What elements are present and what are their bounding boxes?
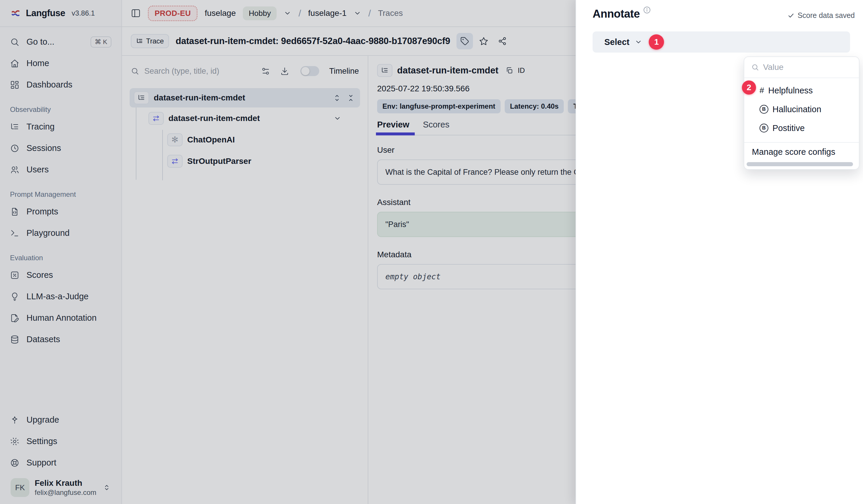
expand-all-icon[interactable] <box>333 94 341 102</box>
breadcrumb-org[interactable]: fuselage <box>204 9 236 18</box>
lightbulb-icon <box>10 292 20 301</box>
clipboard-pen-icon <box>10 313 20 323</box>
cost-badge: T <box>568 99 576 113</box>
tree-node-generation[interactable]: ✻ ChatOpenAI <box>163 129 360 150</box>
search-icon <box>10 37 20 47</box>
chevron-down-icon[interactable] <box>284 9 291 17</box>
sidebar-item-label: Upgrade <box>26 415 59 425</box>
tree-node-label: dataset-run-item-cmdet <box>168 114 260 123</box>
score-option-label: Hallucination <box>773 105 821 114</box>
tab-preview[interactable]: Preview <box>377 120 410 135</box>
sidebar-item-label: Datasets <box>26 335 60 344</box>
sidebar-item-support[interactable]: Support <box>4 452 117 474</box>
id-label[interactable]: ID <box>518 66 525 75</box>
io-user-box[interactable]: What is the Capital of France? Please on… <box>377 159 576 185</box>
sidebar-item-label: Home <box>26 59 49 68</box>
tree-guide-line <box>136 107 136 180</box>
tree-guide-line <box>162 130 163 180</box>
info-icon[interactable] <box>643 6 651 14</box>
goto-search[interactable]: Go to... ⌘ K <box>4 31 117 53</box>
tree-node-label: dataset-run-item-cmdet <box>154 93 245 103</box>
sidebar-item-prompts[interactable]: Prompts <box>4 201 117 222</box>
score-option-label: Postitive <box>773 124 805 133</box>
section-label-prompt-management: Prompt Management <box>4 190 117 198</box>
tree-node-parser[interactable]: StrOutputParser <box>163 150 360 172</box>
tree-node-root[interactable]: dataset-run-item-cmdet <box>130 88 360 107</box>
tree-search-input[interactable] <box>144 67 251 76</box>
star-icon <box>479 36 489 46</box>
manage-score-configs[interactable]: Manage score configs <box>744 143 859 161</box>
tree-node-span[interactable]: dataset-run-item-cmdet <box>144 107 360 129</box>
sidebar-item-datasets[interactable]: Datasets <box>4 329 117 350</box>
copy-icon[interactable] <box>505 67 513 74</box>
score-select-dropdown: 2 # Helpfulness B Hallucination B Postit… <box>744 56 860 170</box>
annotate-title: Annotate <box>592 8 640 20</box>
breadcrumb-section: Traces <box>378 9 403 18</box>
chevron-down-icon[interactable] <box>354 9 361 17</box>
sidebar-item-label: Support <box>26 458 57 468</box>
sidebar-item-home[interactable]: Home <box>4 53 117 74</box>
trace-timestamp: 2025-07-22 19:50:39.566 <box>377 84 576 93</box>
metadata-text: empty object <box>385 272 441 281</box>
sidebar-item-human-annotation[interactable]: Human Annotation <box>4 307 117 329</box>
metadata-box[interactable]: empty object <box>377 264 576 289</box>
dropdown-search-input[interactable] <box>763 63 852 72</box>
home-icon <box>10 59 20 68</box>
sidebar-item-settings[interactable]: Settings <box>4 430 117 452</box>
sidebar-item-users[interactable]: Users <box>4 159 117 180</box>
score-option-label: Helpfulness <box>768 86 813 95</box>
score-option-helpfulness[interactable]: # Helpfulness <box>744 81 859 100</box>
user-name: Felix Krauth <box>35 478 97 488</box>
annotation-mark-1: 1 <box>649 34 664 50</box>
score-select-trigger[interactable]: Select 1 <box>592 31 850 53</box>
observation-tree: dataset-run-item-cmdet dataset-run-item-… <box>122 86 368 172</box>
tag-button[interactable] <box>456 33 473 49</box>
collapse-all-icon[interactable] <box>347 94 355 102</box>
span-node-icon <box>167 155 183 168</box>
breadcrumb-project[interactable]: fuselage-1 <box>308 9 347 18</box>
sidebar-item-playground[interactable]: Playground <box>4 222 117 244</box>
sidebar-item-label: Human Annotation <box>26 313 97 323</box>
terminal-icon <box>10 229 20 238</box>
openai-node-icon: ✻ <box>167 133 183 146</box>
avatar: FK <box>11 478 29 497</box>
tree-node-label: StrOutputParser <box>187 157 251 166</box>
sidebar-item-dashboards[interactable]: Dashboards <box>4 74 117 95</box>
panel-left-icon[interactable] <box>131 8 141 18</box>
filter-settings-icon[interactable] <box>261 67 270 76</box>
openai-glyph: ✻ <box>171 135 178 144</box>
select-label: Select <box>604 37 629 47</box>
chevron-down-icon[interactable] <box>334 115 341 122</box>
sidebar-item-llm-as-a-judge[interactable]: LLM-as-a-Judge <box>4 286 117 307</box>
sidebar-item-tracing[interactable]: Tracing <box>4 116 117 138</box>
breadcrumb-separator: / <box>368 8 371 19</box>
io-assistant-box[interactable]: "Paris" <box>377 212 576 237</box>
top-bar: PROD-EU fuselage Hobby / fuselage-1 / Tr… <box>122 0 576 27</box>
users-icon <box>10 165 20 175</box>
sidebar-item-upgrade[interactable]: Upgrade <box>4 409 117 430</box>
sidebar-item-label: LLM-as-a-Judge <box>26 292 88 301</box>
section-label-evaluation: Evaluation <box>4 254 117 262</box>
bookmark-star-button[interactable] <box>475 33 492 49</box>
trace-type-label: Trace <box>146 37 164 45</box>
sparkle-icon <box>10 415 20 425</box>
environment-badge[interactable]: PROD-EU <box>148 5 198 21</box>
tab-scores[interactable]: Scores <box>423 120 449 135</box>
dropdown-scrollbar[interactable] <box>747 162 853 166</box>
share-button[interactable] <box>494 33 511 49</box>
tree-node-label: ChatOpenAI <box>187 135 235 144</box>
timeline-toggle[interactable] <box>300 66 319 76</box>
sidebar-item-scores[interactable]: Scores <box>4 264 117 286</box>
user-menu[interactable]: FK Felix Krauth felix@langfuse.com <box>6 478 115 497</box>
score-option-postitive[interactable]: B Postitive <box>744 119 859 138</box>
sidebar-item-sessions[interactable]: Sessions <box>4 138 117 159</box>
gear-icon <box>10 437 20 446</box>
download-icon[interactable] <box>280 67 289 76</box>
timeline-label: Timeline <box>329 67 359 76</box>
boolean-type-icon: B <box>760 105 768 114</box>
score-option-hallucination[interactable]: B Hallucination <box>744 100 859 119</box>
file-json-icon <box>10 207 20 217</box>
sidebar-item-label: Settings <box>26 437 57 446</box>
save-status-text: Score data saved <box>798 11 855 20</box>
breadcrumb-separator: / <box>298 8 301 19</box>
